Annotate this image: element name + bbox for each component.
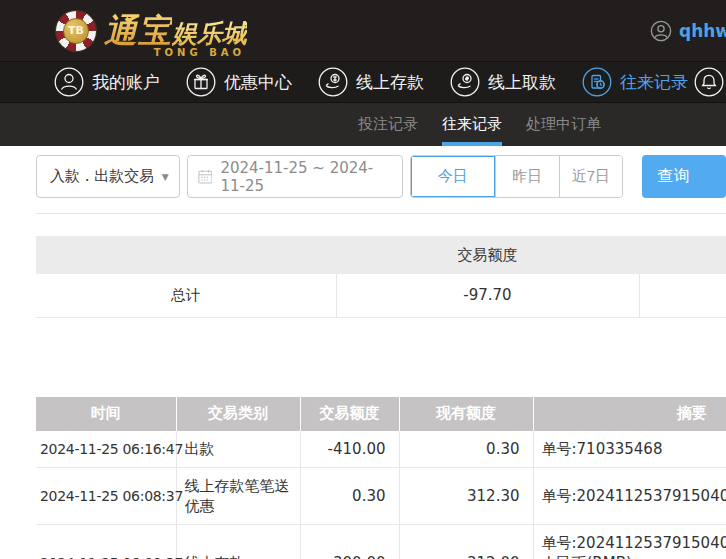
nav-item-online-withdrawal[interactable]: 线上取款 <box>450 67 556 97</box>
filter-row: 入款 . 出款交易 ▼ 2024-11-25 ~ 2024-11-25 今日 昨… <box>36 155 726 198</box>
quick-date-button-group: 今日 昨日 近7日 <box>410 155 623 198</box>
username: qhhw <box>679 21 726 41</box>
brand-name-secondary: 娱乐城 <box>172 19 247 48</box>
records-icon <box>582 67 612 97</box>
filter-separator <box>36 213 726 214</box>
summary-total-label: 总计 <box>36 274 336 317</box>
user-avatar-icon <box>650 20 672 42</box>
gift-icon <box>186 67 216 97</box>
summary-header-amount: 交易额度 <box>336 236 639 274</box>
tab-label: 投注记录 <box>358 115 418 134</box>
cell-time: 2024-11-25 06:08:37 <box>36 467 176 524</box>
cell-time: 2024-11-25 06:16:47 <box>36 431 176 468</box>
main-nav: 我的账户 优惠中心 线上存款 线上取款 往来记录 <box>0 62 726 103</box>
cell-balance: 312.00 <box>399 524 533 559</box>
nav-label: 线上取款 <box>488 71 556 94</box>
brand-text: 通宝娱乐城 TONG BAO <box>104 14 247 47</box>
chevron-down-icon: ▼ <box>162 172 169 182</box>
nav-label: 往来记录 <box>620 71 688 94</box>
cell-amount: 300.00 <box>300 524 399 559</box>
brand-name-primary: 通宝 <box>104 11 172 50</box>
cell-type: 出款 <box>176 431 300 468</box>
calendar-icon <box>198 168 213 185</box>
nav-label: 我的账户 <box>92 71 160 94</box>
today-button[interactable]: 今日 <box>411 156 496 197</box>
tab-label: 往来记录 <box>442 115 502 134</box>
cell-balance: 0.30 <box>399 431 533 468</box>
summary-header-empty <box>639 236 726 274</box>
tab-transaction-records[interactable]: 往来记录 <box>442 103 502 146</box>
tab-pending-orders[interactable]: 处理中订单 <box>526 103 601 146</box>
deposit-icon <box>318 67 348 97</box>
records-header-row: 时间 交易类别 交易额度 现有额度 摘要 <box>36 397 726 431</box>
bell-icon <box>694 67 724 97</box>
table-row: 2024-11-25 06:08:37 线上存款笔笔送优惠 0.30 312.3… <box>36 467 726 524</box>
summary-header-row: 交易额度 <box>36 236 726 274</box>
records-table: 时间 交易类别 交易额度 现有额度 摘要 2024-11-25 06:16:47… <box>36 397 726 559</box>
account-icon <box>54 67 84 97</box>
withdraw-icon <box>450 67 480 97</box>
cell-memo: 单号:710335468 <box>533 431 726 468</box>
summary-total-row: 总计 -97.70 <box>36 274 726 317</box>
yesterday-button[interactable]: 昨日 <box>495 156 558 197</box>
poker-chip-icon: TB <box>56 11 96 51</box>
cell-amount: -410.00 <box>300 431 399 468</box>
table-row: 2024-11-25 06:16:47 出款 -410.00 0.30 单号:7… <box>36 431 726 468</box>
summary-total-value: -97.70 <box>336 274 639 317</box>
col-header-memo: 摘要 <box>533 397 726 431</box>
table-row: 2024-11-25 06:08:37 线上存款 300.00 312.00 单… <box>36 524 726 559</box>
record-tabs: 投注记录 往来记录 处理中订单 <box>0 103 726 146</box>
search-button[interactable]: 查询 <box>642 155 726 198</box>
cell-memo: 单号:202411253791504089 <box>533 467 726 524</box>
last7days-button[interactable]: 近7日 <box>559 156 622 197</box>
page: TB 通宝娱乐城 TONG BAO qhhw 我的账户 优惠中心 <box>0 0 726 559</box>
records-body: 2024-11-25 06:16:47 出款 -410.00 0.30 单号:7… <box>36 431 726 559</box>
cell-time: 2024-11-25 06:08:37 <box>36 524 176 559</box>
chip-label: TB <box>63 18 89 44</box>
nav-item-transaction-records[interactable]: 往来记录 <box>582 67 688 97</box>
cell-memo: 单号:202411253791504089 人民币(RMB): 300 <box>533 524 726 559</box>
nav-item-notifications[interactable] <box>694 67 724 101</box>
brand-subtitle: TONG BAO <box>154 48 245 58</box>
col-header-amount: 交易额度 <box>300 397 399 431</box>
top-header: TB 通宝娱乐城 TONG BAO qhhw <box>0 0 726 62</box>
date-range-value: 2024-11-25 ~ 2024-11-25 <box>220 159 391 195</box>
summary-empty-cell <box>639 274 726 317</box>
col-header-balance: 现有额度 <box>399 397 533 431</box>
select-value: 入款 . 出款交易 <box>50 167 154 186</box>
user-block[interactable]: qhhw <box>650 0 726 62</box>
summary-table: 交易额度 总计 -97.70 <box>36 236 726 318</box>
nav-item-online-deposit[interactable]: 线上存款 <box>318 67 424 97</box>
nav-item-promotions[interactable]: 优惠中心 <box>186 67 292 97</box>
brand-name: 通宝娱乐城 <box>104 14 247 47</box>
date-range-input[interactable]: 2024-11-25 ~ 2024-11-25 <box>187 155 403 198</box>
nav-label: 线上存款 <box>356 71 424 94</box>
col-header-type: 交易类别 <box>176 397 300 431</box>
cell-balance: 312.30 <box>399 467 533 524</box>
tab-betting-records[interactable]: 投注记录 <box>358 103 418 146</box>
cell-amount: 0.30 <box>300 467 399 524</box>
transaction-type-select[interactable]: 入款 . 出款交易 ▼ <box>36 155 180 198</box>
cell-type: 线上存款笔笔送优惠 <box>176 467 300 524</box>
col-header-time: 时间 <box>36 397 176 431</box>
brand-logo[interactable]: TB 通宝娱乐城 TONG BAO <box>56 11 247 51</box>
tab-label: 处理中订单 <box>526 115 601 134</box>
cell-type: 线上存款 <box>176 524 300 559</box>
nav-label: 优惠中心 <box>224 71 292 94</box>
nav-item-my-account[interactable]: 我的账户 <box>54 67 160 97</box>
summary-header-empty <box>36 236 336 274</box>
